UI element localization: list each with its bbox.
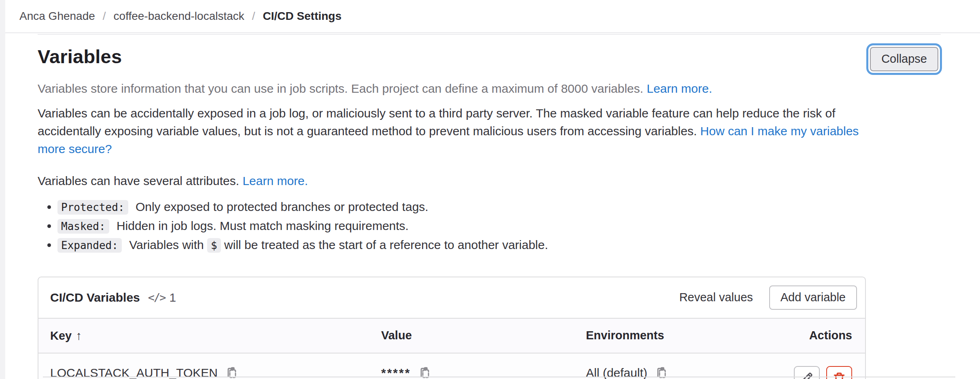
variables-section-header: Variables Collapse (38, 45, 941, 71)
pencil-icon (800, 371, 814, 379)
card-header: CI/CD Variables </> 1 Reveal values Add … (38, 277, 865, 318)
learn-more-link-1[interactable]: Learn more. (647, 82, 712, 95)
protected-term-chip: Protected: (57, 200, 128, 215)
column-header-actions: Actions (790, 329, 852, 343)
attributes-list: Protected: Only exposed to protected bra… (43, 199, 941, 253)
intro-paragraph: Variables store information that you can… (38, 80, 941, 97)
list-item-protected: Protected: Only exposed to protected bra… (57, 199, 941, 215)
list-item-text: Only exposed to protected branches or pr… (136, 200, 428, 213)
breadcrumb-separator: / (103, 10, 106, 23)
section-divider (38, 34, 941, 35)
inline-code-chip: $ (207, 238, 221, 253)
column-header-key[interactable]: Key↑ (50, 329, 381, 343)
variable-count: 1 (170, 291, 176, 304)
card-title: CI/CD Variables (50, 291, 140, 304)
code-icon: </> (148, 291, 165, 304)
key-header-label: Key (50, 329, 72, 342)
page-title: Variables (38, 45, 122, 68)
variable-row: LOCALSTACK_AUTH_TOKEN LocalStack Auth To… (38, 353, 865, 379)
security-paragraph: Variables can be accidentally exposed in… (38, 104, 871, 158)
reveal-values-button[interactable]: Reveal values (669, 285, 764, 310)
learn-more-link-2[interactable]: Learn more. (242, 174, 308, 187)
intro-text: Variables store information that you can… (38, 82, 643, 95)
breadcrumb-item-current: CI/CD Settings (263, 10, 342, 23)
list-item-text: Hidden in job logs. Must match masking r… (117, 219, 409, 232)
table-header-row: Key↑ Value Environments Actions (38, 318, 865, 353)
list-item-text: Variables with (129, 238, 204, 251)
trash-icon (832, 371, 846, 379)
breadcrumb-bar: Anca Ghenade / coffee-backend-localstack… (5, 0, 980, 33)
breadcrumb-item-namespace[interactable]: Anca Ghenade (19, 10, 95, 23)
add-variable-button[interactable]: Add variable (769, 285, 857, 310)
masked-term-chip: Masked: (57, 219, 109, 234)
column-header-value: Value (381, 329, 586, 343)
attributes-paragraph: Variables can have several attributes. L… (38, 174, 941, 188)
collapsed-sidebar-edge (0, 0, 5, 379)
attributes-text: Variables can have several attributes. (38, 174, 239, 187)
expanded-term-chip: Expanded: (57, 238, 122, 253)
next-section-divider (43, 377, 955, 377)
breadcrumb-separator: / (252, 10, 255, 23)
list-item-expanded: Expanded: Variables with $ will be treat… (57, 237, 941, 253)
list-item-text: will be treated as the start of a refere… (224, 238, 548, 251)
column-header-environments: Environments (586, 329, 790, 343)
breadcrumb-item-project[interactable]: coffee-backend-localstack (114, 10, 244, 23)
sort-ascending-icon[interactable]: ↑ (76, 329, 82, 342)
settings-content: Variables Collapse Variables store infor… (5, 34, 980, 379)
breadcrumb: Anca Ghenade / coffee-backend-localstack… (19, 10, 342, 23)
list-item-masked: Masked: Hidden in job logs. Must match m… (57, 218, 941, 234)
cicd-variables-card: CI/CD Variables </> 1 Reveal values Add … (38, 277, 866, 379)
collapse-button[interactable]: Collapse (870, 47, 938, 71)
